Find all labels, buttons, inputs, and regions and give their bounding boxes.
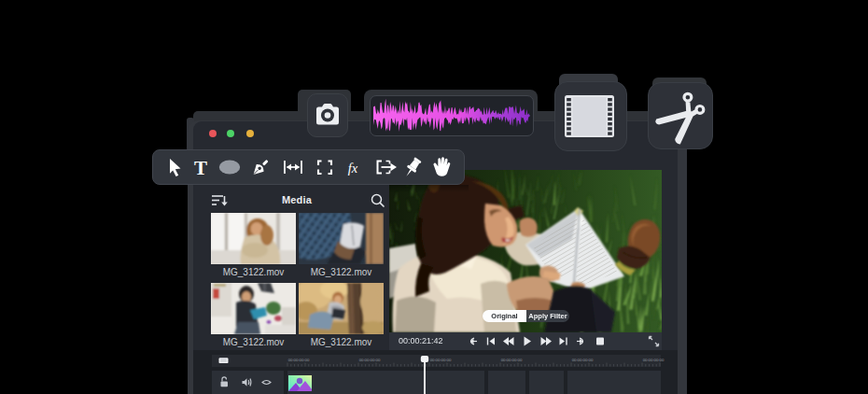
svg-text:00:00:00:00: 00:00:00:00 [643, 358, 665, 362]
svg-text:00:00:00:00: 00:00:00:00 [501, 358, 523, 362]
svg-text:T: T [194, 157, 207, 179]
svg-text:00:00:00:00: 00:00:00:00 [430, 358, 452, 362]
svg-text:00:00:00:00: 00:00:00:00 [359, 358, 381, 362]
svg-text:00:00:00:00: 00:00:00:00 [572, 358, 594, 362]
svg-text:00:00:00:00: 00:00:00:00 [288, 358, 310, 362]
svg-text:fx: fx [348, 161, 358, 176]
